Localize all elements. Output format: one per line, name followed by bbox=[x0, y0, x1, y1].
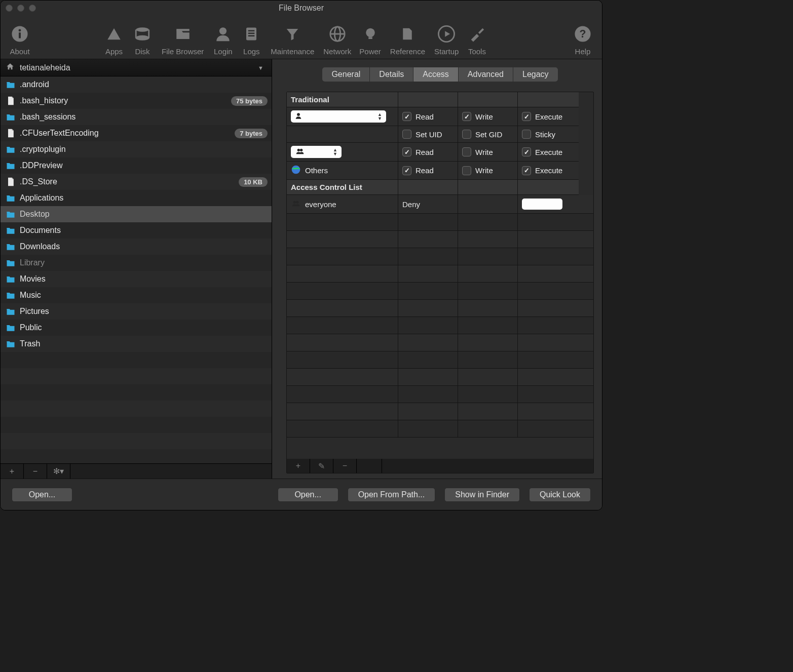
file-row[interactable]: .CFUserTextEncoding7 bytes bbox=[1, 125, 272, 141]
folder-icon bbox=[6, 306, 16, 317]
person-icon bbox=[295, 112, 302, 122]
file-row[interactable]: Trash bbox=[1, 336, 272, 352]
acl-edit-button[interactable]: ✎ bbox=[310, 459, 333, 473]
file-row[interactable]: Movies bbox=[1, 271, 272, 287]
quick-look-button[interactable]: Quick Look bbox=[529, 488, 591, 502]
book-icon bbox=[397, 24, 418, 44]
group-execute-cell[interactable]: Execute bbox=[518, 143, 579, 162]
reference-button[interactable]: Reference bbox=[385, 24, 430, 56]
file-name: Library bbox=[20, 258, 268, 267]
svg-rect-9 bbox=[248, 33, 255, 34]
file-row[interactable]: .android bbox=[1, 76, 272, 93]
file-row-empty bbox=[1, 417, 272, 433]
file-row[interactable]: .bash_history75 bytes bbox=[1, 93, 272, 109]
help-button[interactable]: ? Help bbox=[569, 24, 597, 56]
footer: Open... Open... Open From Path... Show i… bbox=[1, 479, 602, 510]
others-execute-cell[interactable]: Execute bbox=[518, 162, 579, 180]
open-from-path-button[interactable]: Open From Path... bbox=[348, 488, 436, 502]
group-write-cell[interactable]: Write bbox=[458, 143, 518, 162]
show-in-finder-button[interactable]: Show in Finder bbox=[444, 488, 520, 502]
svg-point-24 bbox=[296, 201, 298, 203]
sticky-cell[interactable]: Sticky bbox=[518, 126, 579, 143]
acl-row-empty bbox=[287, 265, 593, 283]
acl-row-empty bbox=[287, 369, 593, 386]
tab-details[interactable]: Details bbox=[370, 67, 413, 82]
tab-general[interactable]: General bbox=[322, 67, 370, 82]
owner-execute-cell[interactable]: Execute bbox=[518, 107, 579, 126]
file-icon bbox=[6, 96, 16, 106]
file-row[interactable]: .DS_Store10 KB bbox=[1, 174, 272, 190]
people-icon bbox=[295, 147, 305, 157]
file-row[interactable]: .bash_sessions bbox=[1, 109, 272, 125]
network-button[interactable]: Network bbox=[319, 24, 355, 56]
file-list[interactable]: .android.bash_history75 bytes.bash_sessi… bbox=[1, 76, 272, 463]
power-button[interactable]: Power bbox=[355, 24, 385, 56]
tab-advanced[interactable]: Advanced bbox=[459, 67, 513, 82]
file-row[interactable]: .DDPreview bbox=[1, 157, 272, 174]
svg-point-2 bbox=[19, 29, 21, 32]
startup-button[interactable]: Startup bbox=[430, 24, 463, 56]
tools-button[interactable]: Tools bbox=[463, 24, 491, 56]
setgid-cell[interactable]: Set GID bbox=[458, 126, 518, 143]
action-menu-button[interactable]: ✻▾ bbox=[47, 464, 70, 479]
others-read-cell[interactable]: Read bbox=[398, 162, 458, 180]
network-label: Network bbox=[323, 47, 351, 56]
add-button[interactable]: + bbox=[1, 464, 24, 479]
checkbox-icon bbox=[402, 130, 411, 139]
file-icon bbox=[6, 128, 16, 138]
remove-button[interactable]: − bbox=[24, 464, 47, 479]
file-row[interactable]: Library bbox=[1, 255, 272, 271]
file-row[interactable]: Music bbox=[1, 287, 272, 303]
file-name: Desktop bbox=[20, 210, 268, 219]
acl-list[interactable]: everyoneDeny bbox=[287, 195, 593, 459]
setuid-cell[interactable]: Set UID bbox=[398, 126, 458, 143]
folder-icon bbox=[6, 339, 16, 349]
login-label: Login bbox=[214, 47, 233, 56]
reference-label: Reference bbox=[390, 47, 425, 56]
file-row[interactable]: Documents bbox=[1, 222, 272, 239]
svg-point-19 bbox=[297, 113, 300, 116]
disk-button[interactable]: Disk bbox=[128, 24, 157, 56]
file-row[interactable]: Pictures bbox=[1, 303, 272, 320]
file-name: .DS_Store bbox=[20, 177, 239, 186]
others-write-cell[interactable]: Write bbox=[458, 162, 518, 180]
login-button[interactable]: Login bbox=[209, 24, 237, 56]
group-dropdown[interactable]: ▲▼ bbox=[291, 146, 342, 158]
stepper-icon: ▲▼ bbox=[333, 148, 337, 156]
file-row-empty bbox=[1, 401, 272, 417]
apps-button[interactable]: Apps bbox=[100, 24, 128, 56]
logs-button[interactable]: Logs bbox=[237, 24, 266, 56]
file-name: .cryptoplugin bbox=[20, 145, 268, 154]
group-read-cell[interactable]: Read bbox=[398, 143, 458, 162]
file-row[interactable]: .cryptoplugin bbox=[1, 141, 272, 157]
file-row[interactable]: Desktop bbox=[1, 206, 272, 222]
acl-row[interactable]: everyoneDeny bbox=[287, 195, 593, 214]
svg-rect-8 bbox=[248, 30, 255, 32]
tab-legacy[interactable]: Legacy bbox=[513, 67, 558, 82]
globe-icon bbox=[327, 24, 348, 44]
acl-row-empty bbox=[287, 300, 593, 317]
open-button-1[interactable]: Open... bbox=[12, 488, 72, 502]
file-name: .DDPreview bbox=[20, 161, 268, 170]
file-row[interactable]: Public bbox=[1, 320, 272, 336]
about-button[interactable]: About bbox=[6, 24, 34, 56]
file-size-badge: 7 bytes bbox=[235, 129, 268, 138]
acl-add-button[interactable]: + bbox=[287, 459, 310, 473]
owner-write-cell[interactable]: Write bbox=[458, 107, 518, 126]
checkbox-icon bbox=[462, 147, 471, 156]
file-row[interactable]: Applications bbox=[1, 190, 272, 206]
maintenance-button[interactable]: Maintenance bbox=[266, 24, 319, 56]
filebrowser-button[interactable]: File Browser bbox=[157, 24, 209, 56]
folder-icon bbox=[6, 290, 16, 300]
tab-access[interactable]: Access bbox=[413, 67, 459, 82]
owner-read-cell[interactable]: Read bbox=[398, 107, 458, 126]
acl-action-button[interactable] bbox=[522, 199, 562, 210]
acl-remove-button[interactable]: − bbox=[333, 459, 357, 473]
path-dropdown[interactable]: tetianaleheida ▼ bbox=[1, 59, 272, 76]
toolbar: About Apps Disk File Browser Login Logs … bbox=[1, 16, 602, 59]
open-button-2[interactable]: Open... bbox=[278, 488, 338, 502]
owner-dropdown[interactable]: ▲▼ bbox=[291, 110, 386, 123]
svg-point-14 bbox=[366, 28, 375, 37]
file-list-panel: tetianaleheida ▼ .android.bash_history75… bbox=[1, 59, 272, 479]
file-row[interactable]: Downloads bbox=[1, 239, 272, 255]
